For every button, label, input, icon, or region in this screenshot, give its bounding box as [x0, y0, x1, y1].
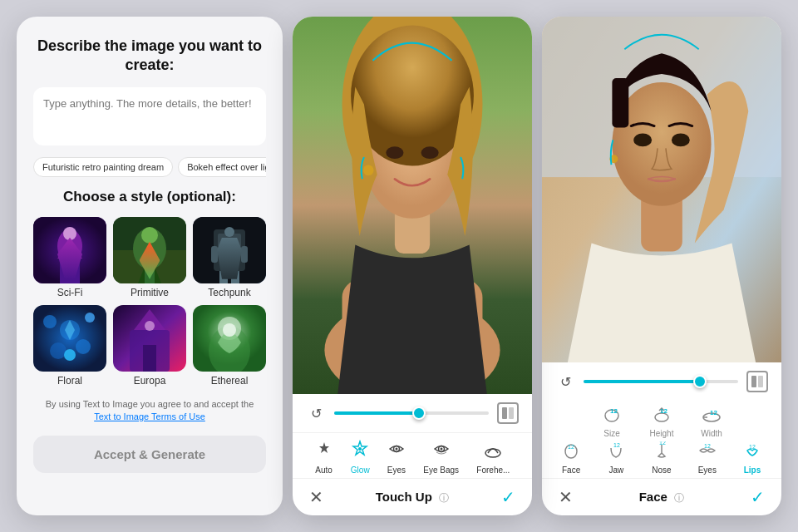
compare-button-3[interactable]	[746, 371, 768, 392]
svg-text:12: 12	[710, 409, 717, 416]
bottom-bar-2: ✕ Touch Up ⓘ ✓	[293, 478, 532, 515]
tool-auto-label: Auto	[315, 466, 332, 475]
slider-thumb[interactable]	[412, 406, 426, 420]
svg-rect-8	[145, 259, 155, 283]
generate-button[interactable]: Accept & Generate	[33, 436, 266, 473]
size-controls: 12 Size 12 Height	[542, 401, 781, 438]
face-eyes-icon: 12	[698, 441, 717, 464]
svg-point-23	[76, 339, 91, 354]
size-btn-height[interactable]: 12 Height	[648, 404, 675, 438]
touch-up-label: Touch Up	[376, 490, 432, 504]
svg-point-21	[85, 313, 95, 323]
face-part-lips[interactable]: 12 Lips	[743, 441, 761, 475]
slider-area-2: ↺	[293, 394, 532, 432]
confirm-button-2[interactable]: ✓	[501, 487, 515, 507]
info-icon-2[interactable]: ⓘ	[439, 492, 449, 504]
style-thumb-floral	[33, 305, 106, 372]
svg-text:12: 12	[610, 407, 618, 415]
terms-text: By using Text to Image you agree to and …	[33, 398, 266, 424]
svg-point-22	[50, 342, 66, 359]
app-container: Describe the image you want to create: F…	[0, 0, 798, 532]
styles-grid: Sci-Fi Primitive	[33, 217, 266, 387]
terms-link[interactable]: Text to Image Terms of Use	[94, 411, 205, 421]
tool-eyebags[interactable]: Eye Bags	[423, 440, 459, 475]
svg-rect-5	[113, 250, 186, 283]
svg-rect-56	[612, 78, 628, 128]
style-primitive-label: Primitive	[131, 287, 169, 298]
face-part-nose-label: Nose	[652, 466, 671, 475]
svg-point-48	[395, 448, 397, 451]
face-part-eyes[interactable]: 12 Eyes	[698, 441, 717, 475]
svg-point-24	[64, 349, 76, 361]
svg-point-40	[386, 146, 403, 159]
cancel-button-3[interactable]: ✕	[559, 487, 573, 507]
face-part-eyes-label: Eyes	[698, 466, 717, 475]
info-icon-3[interactable]: ⓘ	[674, 492, 684, 504]
slider-thumb-3[interactable]	[693, 375, 707, 388]
size-btn-size[interactable]: 12 Size	[598, 404, 625, 438]
svg-point-12	[224, 227, 234, 237]
tool-glow[interactable]: Glow	[351, 440, 370, 475]
style-primitive[interactable]: Primitive	[113, 217, 186, 298]
intensity-slider[interactable]	[334, 411, 489, 415]
svg-rect-61	[758, 376, 763, 387]
face-part-jaw[interactable]: 12 Jaw	[607, 441, 625, 475]
style-techpunk[interactable]: Techpunk	[193, 217, 266, 298]
size-label-size: Size	[603, 429, 619, 438]
svg-text:12: 12	[659, 441, 666, 446]
woman-photo	[293, 17, 532, 394]
svg-rect-2	[60, 259, 80, 283]
style-ethereal[interactable]: Ethereal	[193, 305, 266, 387]
face-parts-row: 12 Face 12 Jaw 12	[542, 438, 781, 478]
svg-point-7	[141, 227, 158, 244]
width-icon: 12	[698, 404, 725, 427]
jaw-icon: 12	[607, 441, 625, 464]
bottom-title-2: Touch Up ⓘ	[376, 490, 450, 505]
tool-auto[interactable]: Auto	[315, 440, 333, 475]
face-part-face-label: Face	[562, 466, 580, 475]
tool-forehead-label: Forehe...	[476, 466, 510, 475]
photo-area-2	[293, 17, 532, 394]
tool-eyes-label: Eyes	[387, 466, 406, 475]
intensity-slider-3[interactable]	[584, 380, 738, 383]
compare-button[interactable]	[497, 402, 519, 424]
photo-area-3	[542, 17, 781, 362]
panel1-title: Describe the image you want to create:	[33, 37, 266, 76]
eyes-icon	[387, 440, 406, 463]
style-europa-label: Europa	[134, 375, 166, 387]
bottom-title-3: Face ⓘ	[639, 490, 685, 505]
style-europa[interactable]: Europa	[113, 305, 186, 387]
slider-area-3: ↺	[542, 362, 781, 401]
auto-icon	[315, 440, 333, 463]
face-part-face[interactable]: 12 Face	[562, 441, 580, 475]
glow-icon	[351, 440, 369, 463]
svg-point-58	[672, 133, 690, 146]
svg-point-42	[363, 165, 374, 175]
tool-eyes[interactable]: Eyes	[387, 440, 406, 475]
confirm-button-3[interactable]: ✓	[751, 487, 765, 507]
face-part-lips-label: Lips	[744, 466, 761, 475]
size-label-width: Width	[701, 429, 722, 438]
image-description-input[interactable]	[33, 87, 266, 145]
style-floral[interactable]: Floral	[33, 305, 106, 387]
cancel-button-2[interactable]: ✕	[309, 487, 323, 507]
style-thumb-scifi	[33, 217, 106, 283]
man-photo	[542, 17, 781, 362]
chip-1[interactable]: Futuristic retro painting dream	[33, 157, 173, 177]
style-scifi[interactable]: Sci-Fi	[33, 217, 106, 298]
undo-button[interactable]: ↺	[306, 403, 326, 423]
chip-2[interactable]: Bokeh effect over light	[178, 157, 266, 177]
svg-rect-27	[143, 345, 156, 372]
svg-rect-16	[219, 271, 228, 283]
lips-icon: 12	[743, 441, 761, 464]
svg-point-50	[440, 448, 442, 451]
tool-forehead[interactable]: Forehe...	[476, 440, 510, 475]
style-thumb-primitive	[113, 217, 186, 283]
svg-rect-43	[502, 407, 507, 419]
undo-button-3[interactable]: ↺	[555, 372, 575, 392]
style-section-title: Choose a style (optional):	[33, 189, 266, 205]
style-thumb-techpunk	[193, 217, 266, 283]
style-thumb-ethereal	[193, 305, 266, 372]
size-btn-width[interactable]: 12 Width	[698, 404, 725, 438]
face-part-nose[interactable]: 12 Nose	[652, 441, 671, 475]
